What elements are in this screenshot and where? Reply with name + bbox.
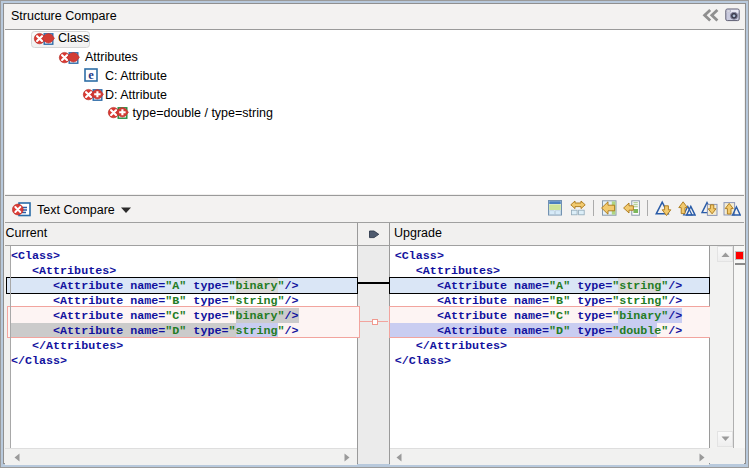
svg-text:e: e (88, 68, 94, 82)
